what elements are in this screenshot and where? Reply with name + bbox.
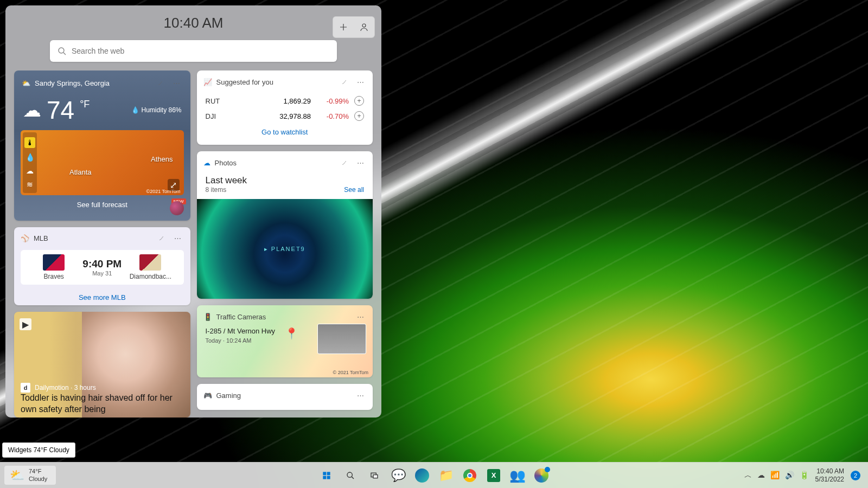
more-icon[interactable]: ⋯ (354, 157, 366, 169)
photos-heading: Last week (197, 174, 373, 186)
task-view-button[interactable] (363, 465, 385, 486)
humidity: 💧 Humidity 86% (131, 106, 181, 114)
taskbar-temp: 74°F (29, 468, 47, 475)
traffic-location: I-285 / Mt Vernon Hwy (206, 327, 276, 335)
news-headline: Toddler is having hair shaved off for he… (21, 393, 184, 415)
excel-button[interactable]: X (483, 465, 505, 486)
more-icon[interactable]: ⋯ (354, 389, 366, 401)
mlb-widget[interactable]: ⚾ MLB ⟋ ⋯ Braves 9:40 PM May 31 (14, 227, 190, 306)
edge-icon (415, 468, 429, 483)
teams-button[interactable]: 👥 (507, 465, 528, 486)
taskbar-weather-button[interactable]: ⛅ 74°F Cloudy (4, 466, 56, 484)
temperature: 74 (47, 95, 74, 125)
volume-icon[interactable]: 🔊 (785, 471, 794, 480)
add-stock-button[interactable]: + (354, 96, 364, 106)
panel-header: 10:40 AM (5, 5, 381, 40)
gaming-widget[interactable]: 🎮 Gaming ⋯ (197, 384, 373, 410)
search-bar[interactable] (50, 40, 337, 62)
traffic-widget[interactable]: 🚦 Traffic Cameras ⋯ 📍 I-285 / Mt Vernon … (197, 305, 373, 377)
add-widget-button[interactable] (333, 17, 354, 37)
battery-icon[interactable]: 🔋 (800, 471, 809, 480)
camera-thumbnail[interactable] (317, 324, 366, 354)
stocks-widget[interactable]: 📈 Suggested for you ⟋ ⋯ RUT 1,869.29 -0.… (197, 70, 373, 145)
edge-button[interactable] (411, 465, 433, 486)
moon-phase-icon[interactable] (170, 201, 184, 215)
teams-icon: 👥 (509, 468, 526, 483)
taskbar: ⛅ 74°F Cloudy 💬 📁 X 👥 ︿ ☁ 📶 🔊 🔋 10:40 AM… (0, 462, 868, 488)
traffic-time: Today · 10:24 AM (206, 337, 276, 344)
widgets-tooltip: Widgets 74°F Cloudy (2, 442, 75, 458)
svg-point-0 (362, 24, 366, 27)
news-source: Dailymotion · 3 hours (35, 384, 96, 391)
cloud-icon: ☁ (23, 99, 41, 121)
plus-icon (339, 23, 348, 31)
explorer-button[interactable]: 📁 (435, 465, 457, 486)
stock-row[interactable]: RUT 1,869.29 -0.99% + (197, 93, 373, 108)
news-card[interactable]: ▶ d Dailymotion · 3 hours Toddler is hav… (14, 312, 190, 418)
notification-badge[interactable]: 2 (851, 471, 860, 480)
pin-icon[interactable]: ⟋ (156, 233, 168, 245)
taskview-icon (370, 471, 379, 480)
chat-button[interactable]: 💬 (387, 465, 409, 486)
system-tray: ︿ ☁ 📶 🔊 🔋 10:40 AM 5/31/2022 2 (744, 467, 868, 484)
pin-icon[interactable]: ⟋ (338, 76, 350, 88)
add-stock-button[interactable]: + (354, 111, 364, 121)
search-input[interactable] (72, 47, 329, 55)
expand-map-button[interactable]: ⤢ (168, 179, 180, 191)
taskbar-center: 💬 📁 X 👥 (316, 465, 552, 486)
map-pin-icon: 📍 (285, 327, 298, 340)
gaming-title: Gaming (216, 391, 241, 400)
search-icon (346, 471, 355, 480)
more-icon[interactable]: ⋯ (171, 77, 183, 89)
profile-button[interactable] (354, 17, 374, 37)
stock-row[interactable]: DJI 32,978.88 -0.70% + (197, 108, 373, 124)
svg-point-1 (59, 48, 64, 53)
source-badge: d (21, 383, 30, 393)
weather-widget[interactable]: ⛅ Sandy Springs, Georgia ⟋ ⋯ ☁ 74 °F 💧 H… (14, 70, 190, 221)
panel-header-buttons (333, 16, 375, 38)
stocks-icon: 📈 (203, 78, 212, 86)
search-button[interactable] (340, 465, 361, 486)
gamepad-icon: 🎮 (203, 391, 212, 400)
braves-logo (43, 254, 65, 271)
pin-icon[interactable]: ⟋ (155, 77, 167, 89)
mlb-game[interactable]: Braves 9:40 PM May 31 Diamondbac... (21, 250, 184, 285)
svg-rect-2 (323, 472, 326, 475)
start-button[interactable] (316, 465, 337, 486)
mlb-icon: ⚾ (21, 234, 29, 242)
svg-point-6 (347, 472, 352, 477)
mlb-title: MLB (34, 234, 48, 242)
see-all-link[interactable]: See all (344, 186, 364, 194)
pin-icon[interactable]: ⟋ (338, 157, 350, 169)
weather-map[interactable]: 🌡 💧 ☁ ≋ Atlanta Athens ©2021 TomTom ⤢ (21, 130, 184, 195)
wind-layer-icon[interactable]: ≋ (27, 180, 33, 189)
cloud-icon: ⛅ (10, 468, 24, 483)
game-time-block: 9:40 PM May 31 (82, 258, 122, 277)
photo-thumbnail[interactable]: ▸ PLANET9 (197, 199, 373, 299)
see-more-mlb-link[interactable]: See more MLB (14, 289, 190, 306)
team-away: Braves (25, 254, 82, 280)
svg-rect-8 (373, 474, 378, 478)
onedrive-tray-icon[interactable]: ☁ (757, 471, 765, 480)
photos-widget[interactable]: ☁ Photos ⟋ ⋯ Last week 8 items See all ▸… (197, 151, 373, 299)
traffic-light-icon: 🚦 (203, 313, 212, 321)
more-icon[interactable]: ⋯ (354, 76, 366, 88)
chrome-icon (463, 469, 476, 482)
panel-clock: 10:40 AM (164, 15, 224, 31)
cloud-layer-icon[interactable]: ☁ (26, 166, 34, 175)
tray-chevron-icon[interactable]: ︿ (744, 471, 752, 480)
taskbar-clock[interactable]: 10:40 AM 5/31/2022 (815, 467, 844, 484)
team-home: Diamondbac... (122, 254, 179, 280)
precipitation-layer-icon[interactable]: 💧 (25, 153, 35, 162)
more-icon[interactable]: ⋯ (172, 233, 184, 245)
wifi-icon[interactable]: 📶 (770, 471, 780, 480)
watchlist-link[interactable]: Go to watchlist (197, 124, 373, 140)
temperature-layer-icon[interactable]: 🌡 (24, 137, 35, 148)
windows-icon (322, 471, 331, 480)
app-button[interactable] (531, 465, 552, 486)
more-icon[interactable]: ⋯ (354, 311, 366, 323)
chrome-button[interactable] (459, 465, 481, 486)
forecast-link[interactable]: See full forecast (77, 201, 127, 209)
temp-unit: °F (80, 99, 90, 110)
chat-icon: 💬 (391, 468, 406, 483)
